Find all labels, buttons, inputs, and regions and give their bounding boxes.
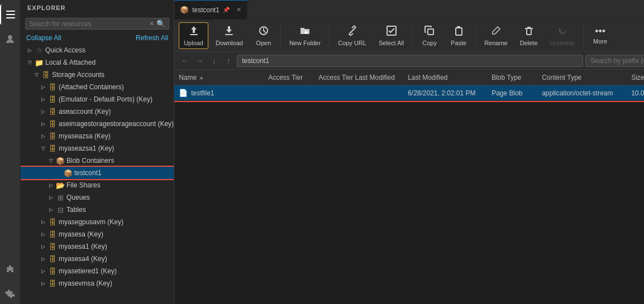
explorer-actions: Collapse All Refresh All	[21, 32, 174, 44]
svg-point-3	[8, 35, 12, 40]
nav-forward-button[interactable]: →	[193, 55, 206, 67]
local-attached-icon: 📁	[34, 59, 44, 67]
copy-icon	[424, 25, 435, 38]
undelete-button[interactable]: Undelete	[545, 22, 580, 49]
tree-item-local-attached[interactable]: ▽ 📁 Local & Attached	[21, 56, 174, 69]
myasevmsa-icon: 🗄	[47, 279, 58, 288]
svg-rect-11	[428, 29, 433, 35]
more-icon: •••	[595, 26, 605, 36]
tree-item-myaseazsa1[interactable]: ▽ 🗄 myaseazsa1 (Key)	[21, 142, 174, 155]
open-icon	[258, 25, 269, 38]
tree-item-queues[interactable]: ▷ ⊞ Queues	[21, 191, 174, 204]
aseaccount-icon: 🗄	[47, 108, 58, 116]
activity-plugin-icon[interactable]	[0, 259, 20, 279]
activity-account-icon[interactable]	[0, 29, 20, 49]
collapse-all-button[interactable]: Collapse All	[26, 34, 61, 42]
tree-item-file-shares[interactable]: ▷ 📂 File Shares	[21, 179, 174, 191]
tree-item-aseaccount[interactable]: ▷ 🗄 aseaccount (Key)	[21, 105, 174, 118]
paste-button[interactable]: Paste	[445, 22, 472, 49]
aseaccount-arrow-icon: ▷	[39, 109, 47, 114]
myaseazsa1-icon: 🗄	[47, 144, 58, 153]
select-all-button[interactable]: Select All	[374, 22, 409, 49]
col-header-access-modified[interactable]: Access Tier Last Modified	[318, 74, 408, 81]
explorer-panel: EXPLORER ✕ 🔍 Collapse All Refresh All ▷ …	[21, 0, 174, 304]
more-button[interactable]: ••• More	[587, 23, 614, 47]
tree-item-myasesa[interactable]: ▷ 🗄 myasesa (Key)	[21, 228, 174, 240]
delete-button[interactable]: Delete	[515, 22, 543, 49]
myaseazsa1-arrow-icon: ▽	[39, 146, 47, 151]
search-clear-icon[interactable]: ✕	[149, 20, 154, 27]
search-icon[interactable]: 🔍	[156, 20, 165, 28]
col-header-access-tier[interactable]: Access Tier	[268, 74, 318, 81]
new-folder-button[interactable]: New Folder	[284, 22, 326, 49]
toolbar-sep-2	[329, 25, 330, 47]
tree-item-attached-containers[interactable]: ▷ 🗄 (Attached Containers)	[21, 81, 174, 93]
tree-item-myasetiered1[interactable]: ▷ 🗄 myasetiered1 (Key)	[21, 265, 174, 277]
main-content: 📦 testcont1 📌 ✕ Upload Downlo	[174, 0, 644, 304]
search-input[interactable]	[29, 20, 149, 28]
activity-settings-icon[interactable]	[0, 284, 20, 304]
emulator-label: (Emulator - Default Ports) (Key)	[59, 95, 174, 103]
rename-icon	[490, 25, 502, 38]
file-row-testfile1[interactable]: 📄 testfile1 6/28/2021, 2:02:01 PM Page B…	[174, 85, 644, 101]
search-by-prefix-input[interactable]	[585, 55, 644, 67]
file-shares-icon: 📂	[55, 181, 65, 190]
nav-down-button[interactable]: ↓	[208, 55, 220, 67]
open-button[interactable]: Open	[250, 22, 277, 49]
tables-label: Tables	[66, 206, 174, 214]
tab-testcont1[interactable]: 📦 testcont1 📌 ✕	[174, 0, 247, 20]
delete-label: Delete	[520, 40, 538, 46]
copy-url-button[interactable]: Copy URL	[333, 22, 371, 49]
download-button[interactable]: Download	[211, 22, 248, 49]
col-header-blob-type[interactable]: Blob Type	[492, 74, 542, 81]
tree-item-quick-access[interactable]: ▷ ☆ Quick Access	[21, 44, 174, 56]
tree-item-myaseazsa[interactable]: ▷ 🗄 myaseazsa (Key)	[21, 130, 174, 142]
tree-item-myasegpusavm[interactable]: ▷ 🗄 myasegpusavm (Key)	[21, 216, 174, 228]
file-size: 10.0 GB	[631, 89, 644, 97]
tree-item-emulator[interactable]: ▷ 🗄 (Emulator - Default Ports) (Key)	[21, 93, 174, 105]
tab-icon: 📦	[180, 6, 189, 14]
tree-item-blob-containers[interactable]: ▽ 📦 Blob Containers	[21, 155, 174, 167]
storage-accounts-label: Storage Accounts	[52, 71, 174, 79]
blob-containers-label: Blob Containers	[66, 157, 174, 165]
tree-item-testcont1[interactable]: ▷ 📦 testcont1	[21, 167, 174, 179]
path-input[interactable]	[237, 55, 583, 67]
attached-containers-label: (Attached Containers)	[59, 83, 174, 91]
tree-item-myasesa4[interactable]: ▷ 🗄 myasesa4 (Key)	[21, 253, 174, 265]
tree-item-myasevmsa[interactable]: ▷ 🗄 myasevmsa (Key)	[21, 277, 174, 289]
tab-bar: 📦 testcont1 📌 ✕	[174, 0, 644, 20]
more-label: More	[593, 38, 607, 45]
col-header-size[interactable]: Size	[631, 74, 644, 81]
col-header-content-type[interactable]: Content Type	[542, 74, 631, 81]
nav-up-button[interactable]: ↑	[222, 55, 235, 67]
svg-rect-5	[225, 34, 233, 35]
queues-arrow-icon: ▷	[46, 195, 55, 200]
emulator-arrow-icon: ▷	[39, 96, 47, 102]
col-header-last-modified[interactable]: Last Modified	[408, 74, 492, 81]
tab-close-button[interactable]: ✕	[236, 6, 241, 13]
copy-button[interactable]: Copy	[416, 22, 443, 49]
open-label: Open	[256, 40, 271, 46]
copy-url-icon	[347, 25, 358, 38]
file-shares-arrow-icon: ▷	[46, 182, 55, 188]
activity-menu-icon[interactable]	[0, 4, 20, 25]
tree-item-myasesa1[interactable]: ▷ 🗄 myasesa1 (Key)	[21, 240, 174, 253]
upload-button[interactable]: Upload	[179, 22, 208, 49]
myasesa1-label: myasesa1 (Key)	[59, 243, 174, 250]
file-name-cell: 📄 testfile1	[179, 89, 268, 97]
col-header-name[interactable]: Name ▲	[179, 74, 268, 81]
tree-item-aseimagestorage[interactable]: ▷ 🗄 aseimagestoragestorageaccount (Key)	[21, 118, 174, 130]
aseimagestorage-arrow-icon: ▷	[39, 121, 47, 127]
svg-rect-1	[6, 14, 15, 15]
myasegpusavm-label: myasegpusavm (Key)	[59, 218, 174, 226]
emulator-icon: 🗄	[47, 95, 58, 104]
myasetiered1-label: myasetiered1 (Key)	[59, 267, 174, 275]
tree-item-tables[interactable]: ▷ ⊟ Tables	[21, 204, 174, 216]
nav-back-button[interactable]: ←	[179, 55, 191, 67]
copy-label: Copy	[422, 40, 437, 46]
refresh-all-button[interactable]: Refresh All	[136, 34, 168, 42]
rename-button[interactable]: Rename	[479, 22, 513, 49]
tree-item-storage-accounts[interactable]: ▽ 🗄 Storage Accounts	[21, 69, 174, 81]
myasevmsa-arrow-icon: ▷	[39, 281, 47, 286]
svg-rect-2	[6, 17, 15, 18]
